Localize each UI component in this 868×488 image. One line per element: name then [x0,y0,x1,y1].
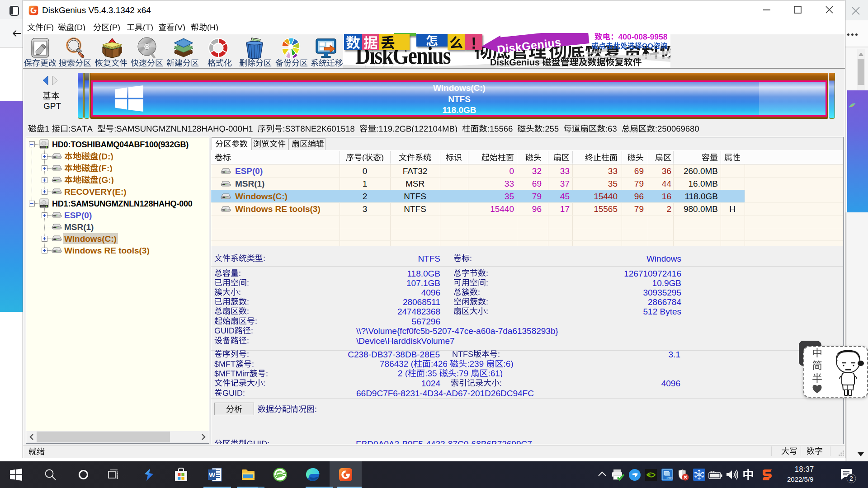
svg-text:2: 2 [849,475,853,482]
svg-text:W: W [209,471,216,479]
svg-text:intel: intel [667,476,673,479]
